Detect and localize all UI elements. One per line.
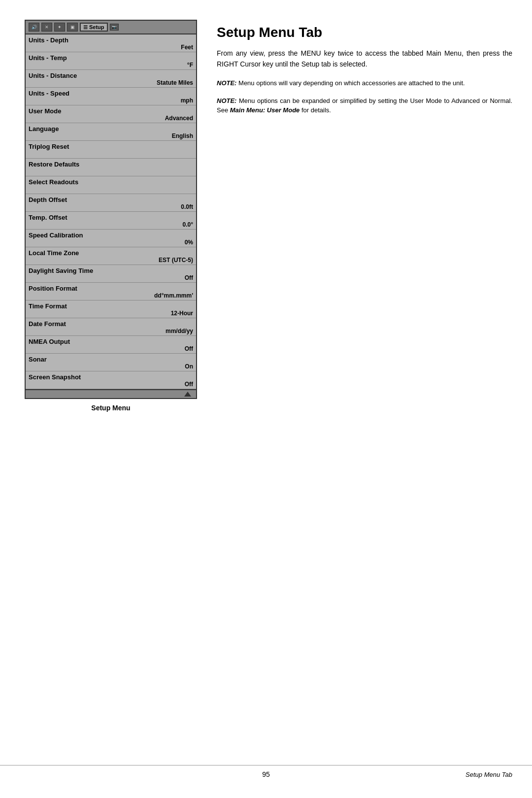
menu-item-depth-offset[interactable]: Depth Offset 0.0ft [26, 194, 196, 212]
menu-item-label: Local Time Zone [29, 249, 193, 257]
menu-item-user-mode[interactable]: User Mode Advanced [26, 105, 196, 123]
note1-bold: NOTE: [217, 79, 236, 87]
menu-item-value: EST (UTC-5) [29, 257, 193, 264]
menu-item-restore-defaults[interactable]: Restore Defaults [26, 159, 196, 176]
menu-item-local-time-zone[interactable]: Local Time Zone EST (UTC-5) [26, 247, 196, 265]
menu-item-label: Units - Temp [29, 54, 193, 62]
antenna-icon: ✕ [41, 23, 52, 32]
menu-item-nmea-output[interactable]: NMEA Output Off [26, 336, 196, 354]
menu-item-value: 0.0ft [29, 203, 193, 210]
menu-item-units-distance[interactable]: Units - Distance Statute Miles [26, 70, 196, 88]
note2-text-end: for details. [299, 106, 331, 114]
menu-item-value: °F [29, 62, 193, 68]
menu-item-label: Screen Snapshot [29, 373, 193, 381]
device-header: 🔊 ✕ ✦ ▣ ☰ Setup 📷 [26, 21, 196, 34]
menu-item-label: Language [29, 125, 193, 133]
intro-paragraph: From any view, press the MENU key twice … [217, 48, 512, 69]
menu-item-triplog-reset[interactable]: Triplog Reset [26, 141, 196, 159]
menu-item-label: NMEA Output [29, 338, 193, 345]
menu-item-label: Sonar [29, 356, 193, 363]
menu-list: Units - Depth Feet Units - Temp °F Units… [26, 34, 196, 389]
menu-item-time-format[interactable]: Time Format 12-Hour [26, 300, 196, 318]
menu-item-units-speed[interactable]: Units - Speed mph [26, 88, 196, 105]
menu-item-label: Date Format [29, 320, 193, 328]
menu-item-daylight-saving[interactable]: Daylight Saving Time Off [26, 265, 196, 283]
setup-tab-label: Setup [89, 24, 104, 30]
menu-item-value: 0.0° [29, 221, 193, 228]
menu-item-units-depth[interactable]: Units - Depth Feet [26, 34, 196, 52]
menu-item-speed-calibration[interactable]: Speed Calibration 0% [26, 230, 196, 247]
device-screen: 🔊 ✕ ✦ ▣ ☰ Setup 📷 Units - Depth Feet [25, 20, 197, 399]
menu-item-select-readouts[interactable]: Select Readouts [26, 176, 196, 194]
setup-tab: ☰ Setup [80, 23, 108, 32]
menu-item-label: User Mode [29, 107, 193, 115]
menu-item-label: Units - Distance [29, 72, 193, 79]
menu-item-value: Advanced [29, 115, 193, 122]
menu-item-value: mph [29, 97, 193, 104]
menu-item-date-format[interactable]: Date Format mm/dd/yy [26, 318, 196, 336]
menu-item-value: mm/dd/yy [29, 328, 193, 334]
device-caption: Setup Menu [91, 404, 130, 412]
menu-item-value: On [29, 363, 193, 370]
note-2: NOTE: Menu options can be expanded or si… [217, 96, 512, 115]
menu-item-label: Units - Depth [29, 36, 193, 44]
menu-item-value: Off [29, 345, 193, 352]
right-panel: Setup Menu Tab From any view, press the … [217, 20, 512, 412]
page-footer: 95 Setup Menu Tab [0, 765, 532, 783]
menu-item-value: 12-Hour [29, 310, 193, 317]
menu-item-position-format[interactable]: Position Format dd°mm.mmm' [26, 283, 196, 300]
scroll-up-arrow-icon [184, 392, 191, 397]
note-1: NOTE: Menu options will vary depending o… [217, 78, 512, 88]
menu-item-label: Select Readouts [29, 178, 193, 186]
menu-item-sonar[interactable]: Sonar On [26, 354, 196, 371]
menu-item-label: Restore Defaults [29, 161, 193, 168]
menu-item-value: Off [29, 274, 193, 281]
menu-item-value: dd°mm.mmm' [29, 292, 193, 299]
left-panel: 🔊 ✕ ✦ ▣ ☰ Setup 📷 Units - Depth Feet [20, 20, 202, 412]
speaker-icon: 🔊 [29, 23, 39, 32]
menu-item-label: Triplog Reset [29, 143, 193, 150]
menu-item-temp-offset[interactable]: Temp. Offset 0.0° [26, 212, 196, 230]
page-title: Setup Menu Tab [217, 25, 512, 40]
menu-item-value: Statute Miles [29, 79, 193, 86]
menu-item-label: Time Format [29, 302, 193, 310]
note1-text: Menu options will vary depending on whic… [236, 79, 465, 87]
camera-icon: 📷 [110, 24, 119, 31]
menu-item-screen-snapshot[interactable]: Screen Snapshot Off [26, 371, 196, 389]
menu-item-label: Speed Calibration [29, 232, 193, 239]
note2-bold: NOTE: [217, 97, 236, 104]
menu-item-value: 0% [29, 239, 193, 246]
menu-lines-icon: ☰ [83, 25, 88, 30]
menu-item-label: Units - Speed [29, 90, 193, 97]
note2-link: Main Menu: User Mode [230, 106, 300, 114]
menu-item-value: Feet [29, 44, 193, 51]
page-icon: ▣ [67, 23, 78, 32]
menu-item-value: Off [29, 381, 193, 388]
page-number: 95 [262, 770, 270, 778]
footer-section-name: Setup Menu Tab [466, 771, 512, 778]
menu-item-label: Depth Offset [29, 196, 193, 203]
menu-item-label: Temp. Offset [29, 214, 193, 221]
menu-item-units-temp[interactable]: Units - Temp °F [26, 52, 196, 70]
menu-item-value: English [29, 133, 193, 139]
device-footer [26, 389, 196, 398]
menu-item-label: Daylight Saving Time [29, 267, 193, 274]
menu-item-label: Position Format [29, 285, 193, 292]
menu-item-language[interactable]: Language English [26, 123, 196, 141]
star-icon: ✦ [54, 23, 65, 32]
